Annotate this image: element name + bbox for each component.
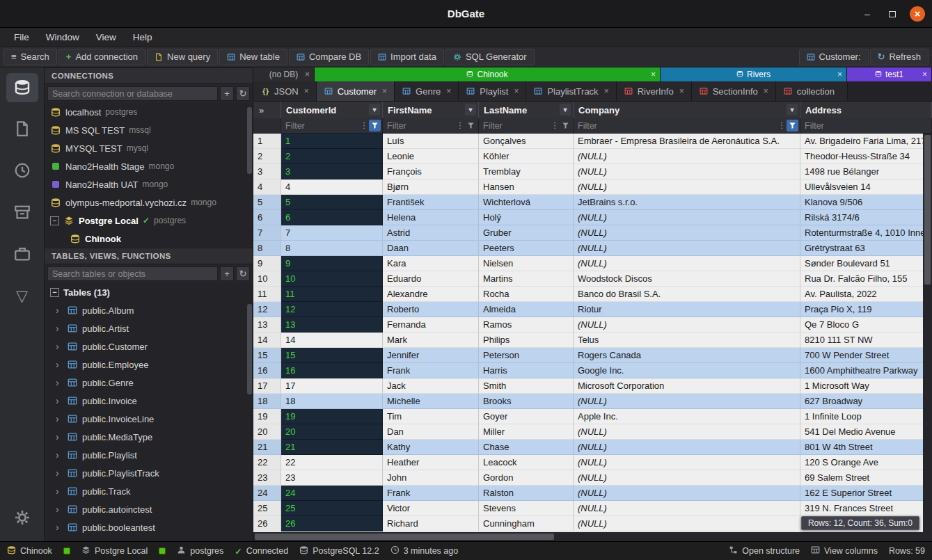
row-number[interactable]: 17	[253, 378, 281, 394]
cell-company[interactable]: (NULL)	[574, 241, 800, 256]
cell-address[interactable]: 1498 rue Bélanger	[800, 164, 932, 179]
cell-firstname[interactable]: Jack	[383, 378, 479, 394]
sql-generator-button[interactable]: SQL Generator	[445, 49, 535, 65]
cell-address[interactable]: 120 S Orange Ave	[800, 455, 932, 470]
close-button[interactable]: ×	[910, 6, 925, 22]
cell-company[interactable]: (NULL)	[574, 256, 800, 271]
connection-item[interactable]: MS SQL TEST mssql	[45, 121, 253, 139]
cell-firstname[interactable]: Tim	[383, 409, 479, 424]
cell-firstname[interactable]: Frank	[383, 486, 479, 501]
file-tab[interactable]: RiverInfo ×	[617, 81, 692, 101]
cell-address[interactable]: 162 E Superior Street	[800, 486, 932, 501]
cell-address[interactable]: Rua Dr. Falcão Filho, 155	[800, 271, 932, 287]
cell-lastname[interactable]: Nielsen	[479, 256, 574, 271]
row-number[interactable]: 16	[253, 363, 281, 378]
cell-address[interactable]: 801 W 4th Street	[800, 440, 932, 455]
cell-customerid[interactable]: 20	[281, 424, 383, 440]
table-row[interactable]: 12 12 Roberto Almeida Riotur Praça Pio X…	[253, 302, 932, 317]
chevron-down-icon[interactable]: ▾	[465, 104, 476, 115]
new-query-button[interactable]: New query	[147, 49, 218, 65]
cell-company[interactable]: (NULL)	[574, 164, 800, 179]
chevron-right-icon[interactable]: ›	[56, 395, 63, 406]
cell-customerid[interactable]: 22	[281, 455, 383, 470]
table-item[interactable]: › public.MediaType	[45, 428, 253, 446]
chevron-right-icon[interactable]: ›	[56, 377, 63, 388]
rail-files-button[interactable]	[6, 115, 38, 144]
filter-funnel-icon[interactable]	[787, 120, 798, 131]
cell-lastname[interactable]: Tremblay	[479, 164, 574, 179]
cell-company[interactable]: Telus	[574, 333, 800, 348]
close-icon[interactable]: ×	[837, 70, 842, 79]
maximize-button[interactable]	[885, 6, 900, 22]
cell-firstname[interactable]: Richard	[383, 516, 479, 531]
import-data-button[interactable]: Import data	[370, 49, 444, 65]
cell-company[interactable]: Google Inc.	[574, 363, 800, 378]
row-number[interactable]: 18	[253, 394, 281, 409]
row-number[interactable]: 23	[253, 470, 281, 486]
chevron-right-icon[interactable]: ›	[56, 431, 63, 442]
cell-customerid[interactable]: 4	[281, 179, 383, 195]
row-number[interactable]: 6	[253, 210, 281, 225]
cell-address[interactable]: 541 Del Medio Avenue	[800, 424, 932, 440]
cell-company[interactable]: (NULL)	[574, 470, 800, 486]
column-header-firstname[interactable]: FirstName ▾	[383, 102, 479, 118]
cell-company[interactable]: (NULL)	[574, 210, 800, 225]
rail-filter-button[interactable]: ▽	[6, 282, 38, 311]
cell-firstname[interactable]: Mark	[383, 333, 479, 348]
row-number[interactable]: 15	[253, 348, 281, 363]
cell-address[interactable]: Praça Pio X, 119	[800, 302, 932, 317]
table-row[interactable]: 14 14 Mark Philips Telus 8210 111 ST NW	[253, 333, 932, 348]
cell-address[interactable]: 69 Salem Street	[800, 470, 932, 486]
minimize-button[interactable]: –	[860, 6, 875, 22]
close-icon[interactable]: ×	[651, 70, 656, 79]
chevron-right-icon[interactable]: ›	[56, 504, 63, 515]
table-row[interactable]: 7 7 Astrid Gruber (NULL) Rotenturmstraße…	[253, 225, 932, 241]
cell-company[interactable]: (NULL)	[574, 317, 800, 333]
cell-company[interactable]: (NULL)	[574, 440, 800, 455]
cell-firstname[interactable]: Bjørn	[383, 179, 479, 195]
column-manager-toggle[interactable]: »	[253, 102, 281, 118]
chevron-right-icon[interactable]: ›	[56, 341, 63, 352]
cell-company[interactable]: (NULL)	[574, 501, 800, 516]
filter-menu-icon[interactable]: ⋮	[455, 121, 465, 130]
cell-address[interactable]: Av. Paulista, 2022	[800, 287, 932, 302]
cell-firstname[interactable]: Daan	[383, 241, 479, 256]
cell-lastname[interactable]: Peterson	[479, 348, 574, 363]
filter-menu-icon[interactable]: ⋮	[359, 121, 369, 130]
add-table-small-button[interactable]: +	[220, 266, 234, 281]
chevron-right-icon[interactable]: ›	[56, 413, 63, 424]
connection-item[interactable]: Nano2Health Stage mongo	[45, 157, 253, 175]
chevron-right-icon[interactable]: ›	[56, 467, 63, 479]
menu-item[interactable]: Window	[38, 28, 88, 47]
cell-address[interactable]: Rilská 3174/6	[800, 210, 932, 225]
column-header-lastname[interactable]: LastName ▾	[479, 102, 574, 118]
cell-firstname[interactable]: John	[383, 470, 479, 486]
table-row[interactable]: 16 16 Frank Harris Google Inc. 1600 Amph…	[253, 363, 932, 378]
table-row[interactable]: 3 3 François Tremblay (NULL) 1498 rue Bé…	[253, 164, 932, 179]
cell-address[interactable]: Theodor-Heuss-Straße 34	[800, 149, 932, 164]
table-item[interactable]: › public.Employee	[45, 355, 253, 374]
row-number[interactable]: 11	[253, 287, 281, 302]
table-row[interactable]: 22 22 Heather Leacock (NULL) 120 S Orang…	[253, 455, 932, 470]
chevron-down-icon[interactable]: ▾	[560, 104, 571, 115]
cell-lastname[interactable]: Gordon	[479, 470, 574, 486]
cell-lastname[interactable]: Harris	[479, 363, 574, 378]
table-row[interactable]: 15 15 Jennifer Peterson Rogers Canada 70…	[253, 348, 932, 363]
table-row[interactable]: 9 9 Kara Nielsen (NULL) Sønder Boulevard…	[253, 256, 932, 271]
cell-address[interactable]: Av. Brigadeiro Faria Lima, 2170	[800, 134, 932, 149]
chevron-right-icon[interactable]: ›	[56, 522, 63, 533]
close-icon[interactable]: ×	[446, 86, 451, 96]
row-number[interactable]: 9	[253, 256, 281, 271]
table-item[interactable]: › public.autoinctest	[45, 500, 253, 518]
cell-customerid[interactable]: 26	[281, 516, 383, 531]
cell-company[interactable]: (NULL)	[574, 424, 800, 440]
row-number[interactable]: 25	[253, 501, 281, 516]
search-button[interactable]: ≡ Search	[3, 49, 57, 65]
database-item-chinook[interactable]: Chinook	[45, 230, 253, 248]
filter-input-address[interactable]	[802, 121, 930, 131]
file-tab[interactable]: Playlist ×	[459, 81, 526, 101]
table-row[interactable]: 5 5 František Wichterlová JetBrains s.r.…	[253, 195, 932, 210]
cell-customerid[interactable]: 6	[281, 210, 383, 225]
cell-lastname[interactable]: Brooks	[479, 394, 574, 409]
row-number[interactable]: 14	[253, 333, 281, 348]
